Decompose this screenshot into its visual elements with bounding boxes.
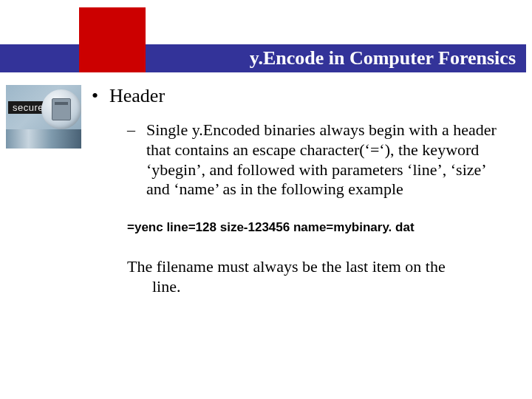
trailing-line-1: The filename must always be the last ite…	[127, 257, 505, 277]
bullet-description: Single y.Encoded binaries always begin w…	[87, 120, 505, 200]
secure-thumbnail: secure	[6, 85, 81, 149]
keypad-icon	[52, 98, 71, 120]
trailing-note: The filename must always be the last ite…	[87, 257, 505, 297]
bullet-header: Header	[87, 85, 505, 107]
slide-title: y.Encode in Computer Forensics	[250, 47, 516, 69]
slide-content: Header Single y.Encoded binaries always …	[87, 85, 505, 297]
trailing-line-2: line.	[127, 277, 505, 297]
code-example: =yenc line=128 size-123456 name=mybinary…	[87, 220, 505, 235]
secure-texture	[6, 129, 81, 149]
brand-red-square	[79, 7, 146, 72]
secure-circle-icon	[41, 89, 81, 129]
